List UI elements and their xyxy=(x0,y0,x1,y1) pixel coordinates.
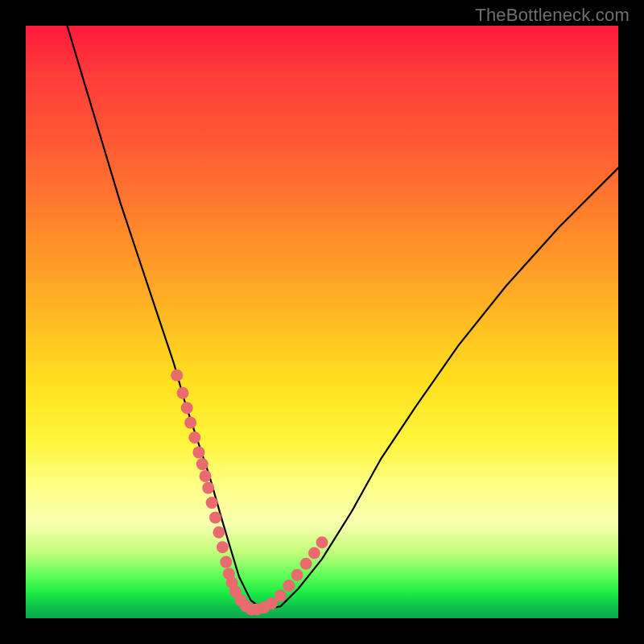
highlight-dot xyxy=(209,511,221,523)
highlight-dot xyxy=(200,470,212,482)
highlight-dot xyxy=(308,547,320,559)
watermark-text: TheBottleneck.com xyxy=(475,5,630,26)
highlight-dot xyxy=(181,402,193,414)
highlight-dot xyxy=(171,369,183,382)
highlight-dot xyxy=(184,417,196,429)
chart-frame: TheBottleneck.com xyxy=(0,0,644,644)
highlight-dot xyxy=(177,387,189,399)
highlight-dots xyxy=(171,369,328,616)
highlight-dot xyxy=(202,482,214,494)
highlight-dot xyxy=(316,536,328,548)
highlight-dot xyxy=(283,580,295,592)
gradient-plot-area xyxy=(26,26,618,618)
highlight-dot xyxy=(217,541,229,553)
curve-svg xyxy=(26,26,618,618)
highlight-dot xyxy=(213,526,225,539)
highlight-dot xyxy=(300,558,312,570)
highlight-dot xyxy=(188,431,200,444)
highlight-dot xyxy=(220,556,232,568)
highlight-dot xyxy=(291,569,303,581)
highlight-dot xyxy=(206,497,218,509)
highlight-dot xyxy=(192,446,204,458)
highlight-dot xyxy=(275,590,287,602)
bottleneck-curve xyxy=(68,26,619,609)
highlight-dot xyxy=(196,458,208,470)
